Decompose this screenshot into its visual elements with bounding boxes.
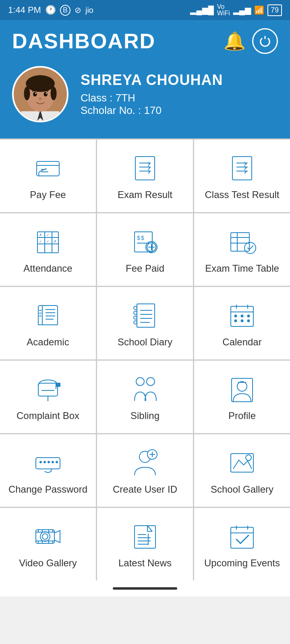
svg-rect-14 [135, 157, 155, 180]
grid-item-attendance[interactable]: ✗ ✓ ✓ ✓ ✗ Attendance [0, 213, 96, 286]
school-diary-label: School Diary [118, 336, 172, 348]
svg-rect-76 [56, 383, 60, 386]
sibling-icon [129, 375, 161, 403]
svg-line-109 [147, 526, 152, 531]
change-password-icon [32, 448, 64, 477]
avatar-image [14, 68, 67, 121]
exam-result-icon [129, 154, 161, 182]
fee-paid-label: Fee Paid [126, 263, 164, 274]
complaint-box-label: Complaint Box [17, 410, 79, 421]
upcoming-events-label: Upcoming Events [204, 557, 280, 569]
svg-point-5 [26, 75, 55, 92]
header-top: DASHBOARD 🔔 [12, 28, 278, 54]
academic-icon [32, 301, 64, 329]
create-user-id-icon [129, 448, 161, 477]
alarm-icon: 🕐 [45, 5, 56, 15]
svg-point-8 [33, 92, 37, 96]
svg-point-44 [244, 242, 256, 254]
battery-indicator: 79 [267, 4, 282, 16]
svg-point-67 [241, 315, 243, 317]
sibling-label: Sibling [130, 410, 160, 421]
grid-item-change-password[interactable]: Change Password [0, 434, 96, 507]
status-left: 1:44 PM 🕐 B ⊘ jio [8, 5, 93, 16]
svg-text:$: $ [141, 235, 144, 241]
grid-item-sibling[interactable]: Sibling [97, 361, 193, 433]
svg-point-78 [147, 378, 155, 386]
page-title: DASHBOARD [12, 29, 155, 53]
svg-text:✓: ✓ [46, 239, 50, 244]
exam-result-label: Exam Result [118, 189, 172, 200]
profile-class: Class : 7TH [81, 92, 223, 104]
svg-point-71 [248, 320, 250, 322]
grid-item-video-gallery[interactable]: Video Gallery [0, 508, 96, 580]
svg-text:✗: ✗ [54, 239, 57, 244]
svg-point-69 [235, 320, 237, 322]
video-gallery-label: Video Gallery [19, 557, 77, 569]
grid-item-latest-news[interactable]: Latest News [97, 508, 193, 580]
profile-icon [226, 375, 258, 403]
b-icon: B [60, 5, 70, 16]
svg-rect-108 [135, 526, 155, 548]
time-display: 1:44 PM [8, 5, 41, 15]
grid-item-exam-result[interactable]: Exam Result [97, 140, 193, 212]
svg-point-57 [134, 321, 137, 324]
svg-point-87 [52, 461, 54, 463]
svg-rect-13 [37, 161, 59, 176]
grid-item-upcoming-events[interactable]: Upcoming Events [194, 508, 290, 580]
school-diary-icon [129, 301, 161, 329]
grid-item-class-test[interactable]: Class Test Result [194, 140, 290, 212]
svg-point-55 [134, 311, 137, 314]
grid-item-fee-paid[interactable]: $ $ Fee Paid [97, 213, 193, 286]
svg-point-7 [50, 87, 56, 100]
svg-rect-40 [231, 233, 249, 251]
svg-point-86 [48, 461, 50, 463]
grid-item-academic[interactable]: Academic [0, 287, 96, 359]
grid-item-pay-fee[interactable]: Pay Fee [0, 140, 96, 212]
svg-point-84 [39, 461, 42, 463]
svg-rect-73 [38, 383, 58, 396]
profile-label: Profile [228, 410, 256, 421]
status-bar: 1:44 PM 🕐 B ⊘ jio ▂▄▆█ VoWiFi ▂▄▆ 📶 79 [0, 0, 290, 20]
grid-item-profile[interactable]: Profile [194, 361, 290, 433]
svg-rect-52 [137, 304, 155, 327]
pay-fee-icon [32, 154, 64, 182]
profile-info: SHREYA CHOUHAN Class : 7TH Scholar No. :… [81, 72, 223, 117]
exam-timetable-icon [226, 227, 258, 256]
school-gallery-icon [226, 448, 258, 477]
upcoming-events-icon [226, 522, 258, 550]
svg-point-12 [39, 97, 42, 100]
svg-text:$: $ [137, 235, 140, 241]
signal-bars: ▂▄▆█ [190, 5, 213, 15]
academic-label: Academic [27, 336, 69, 348]
grid-item-calendar[interactable]: Calendar [194, 287, 290, 359]
svg-point-56 [134, 316, 137, 319]
signal-icon-2: ⊘ [75, 5, 81, 15]
complaint-box-icon [32, 375, 64, 403]
profile-section: SHREYA CHOUHAN Class : 7TH Scholar No. :… [12, 66, 278, 126]
svg-rect-83 [36, 458, 60, 469]
change-password-label: Change Password [8, 484, 87, 495]
notification-bell-icon[interactable]: 🔔 [224, 31, 246, 52]
bottom-bar [0, 580, 290, 597]
video-gallery-icon [32, 522, 64, 550]
grid-item-school-diary[interactable]: School Diary [97, 287, 193, 359]
jio-label: jio [85, 6, 93, 15]
svg-rect-115 [231, 527, 253, 548]
svg-point-68 [248, 315, 250, 317]
svg-point-88 [56, 461, 58, 463]
svg-text:✓: ✓ [39, 239, 42, 244]
school-gallery-label: School Gallery [211, 484, 273, 495]
svg-point-11 [46, 93, 47, 94]
wifi-icon: 📶 [254, 5, 264, 15]
power-button[interactable] [252, 28, 278, 54]
latest-news-label: Latest News [118, 557, 172, 569]
home-indicator [113, 587, 177, 590]
svg-point-6 [24, 87, 30, 100]
svg-point-70 [241, 320, 243, 322]
grid-item-school-gallery[interactable]: School Gallery [194, 434, 290, 507]
svg-point-9 [44, 92, 47, 96]
grid-item-create-user-id[interactable]: Create User ID [97, 434, 193, 507]
grid-item-complaint-box[interactable]: Complaint Box [0, 361, 96, 433]
dashboard-grid: Pay Fee Exam Result [0, 138, 290, 580]
grid-item-exam-timetable[interactable]: Exam Time Table [194, 213, 290, 286]
